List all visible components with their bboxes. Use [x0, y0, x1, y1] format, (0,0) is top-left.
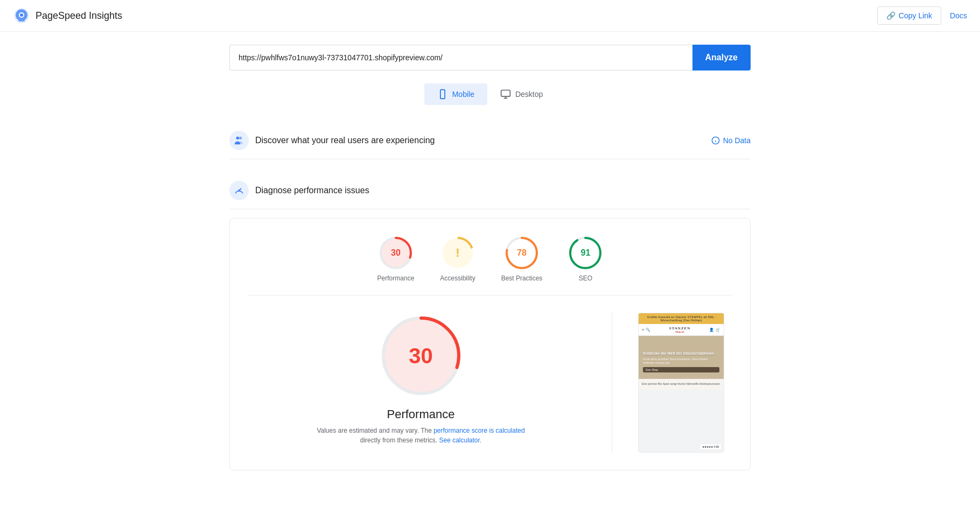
app-logo-icon [13, 7, 30, 24]
note-link2[interactable]: See calculator. [439, 436, 481, 444]
device-tabs: Mobile Desktop [229, 83, 751, 105]
score-value-accessibility: ! [456, 246, 459, 260]
tab-desktop[interactable]: Desktop [487, 83, 556, 105]
tab-desktop-label: Desktop [515, 90, 543, 98]
score-item-best-practices[interactable]: 78 Best Practices [501, 236, 543, 282]
svg-point-2 [20, 13, 23, 17]
header-left: PageSpeed Insights [13, 7, 122, 24]
score-value-best-practices: 78 [517, 248, 527, 258]
real-users-header-left: Discover what your real users are experi… [229, 131, 435, 150]
score-label-performance: Performance [377, 274, 415, 282]
thumbnail-nav-right-icons: 👤 🛒 [709, 328, 720, 332]
svg-point-8 [236, 137, 240, 139]
score-label-accessibility: Accessibility [440, 274, 475, 282]
score-circle-seo: 91 [568, 236, 603, 270]
header-right: 🔗 Copy Link Docs [877, 6, 967, 25]
scores-row: 30 Performance ! Accessibility [247, 236, 733, 295]
thumbnail-hero-text: Entdecke die Welt der Stanzschablonen [643, 351, 719, 356]
score-circle-accessibility: ! [440, 236, 475, 270]
real-users-header: Discover what your real users are experi… [229, 122, 751, 159]
note-between: directly from these metrics. [360, 436, 439, 444]
score-label-best-practices: Best Practices [501, 274, 543, 282]
desktop-icon [500, 89, 511, 100]
diagnose-section: Diagnose performance issues 30 [229, 172, 751, 470]
real-users-title: Discover what your real users are experi… [255, 136, 435, 145]
thumbnail-cta: Zum Shop [643, 367, 719, 372]
url-input[interactable] [229, 45, 692, 71]
main-content: Analyze Mobile Desktop [221, 32, 759, 496]
scores-card: 30 Performance ! Accessibility [229, 218, 751, 470]
thumbnail-banner: Größte Auswahl an Stanzer STEMPEL ab 599… [639, 313, 724, 324]
app-header: PageSpeed Insights 🔗 Copy Link Docs [0, 0, 980, 32]
thumbnail-bottom: Eine premier Bio-Spezi sengt frische Näh… [639, 379, 724, 390]
diagnose-title: Diagnose performance issues [255, 186, 369, 195]
big-score-value: 30 [409, 344, 433, 368]
url-bar-container: Analyze [229, 45, 751, 71]
score-item-seo[interactable]: 91 SEO [568, 236, 603, 282]
gauge-icon [233, 185, 245, 196]
thumbnail-logo: STANZEN Shop.de [650, 326, 709, 333]
score-value-performance: 30 [391, 248, 401, 258]
website-thumbnail: Größte Auswahl an Stanzer STEMPEL ab 599… [638, 313, 724, 453]
thumbnail-nav: ≡ 🔍 STANZEN Shop.de 👤 🛒 [639, 324, 724, 336]
no-data-link[interactable]: No Data [711, 136, 751, 145]
copy-link-label: Copy Link [899, 11, 932, 20]
big-score-circle: 30 [378, 313, 464, 399]
users-icon [233, 135, 245, 146]
thumbnail-logo-line1: STANZEN [650, 326, 709, 330]
real-users-icon [229, 131, 249, 150]
thumbnail-logo-line2: Shop.de [650, 330, 709, 333]
score-label-seo: SEO [579, 274, 592, 282]
thumbnail-hero-sub: Finde deine perfekten Stanzschablonen. D… [643, 357, 719, 365]
tab-mobile-label: Mobile [452, 90, 474, 98]
svg-rect-5 [501, 90, 510, 97]
link-icon: 🔗 [886, 11, 895, 20]
docs-link[interactable]: Docs [950, 11, 967, 20]
score-circle-performance: 30 [379, 236, 413, 270]
no-data-label: No Data [723, 136, 751, 145]
mobile-icon [437, 89, 448, 100]
diagnose-icon [229, 181, 249, 200]
svg-point-9 [239, 137, 242, 139]
score-value-seo: 91 [580, 248, 590, 258]
real-users-section: Discover what your real users are experi… [229, 122, 751, 159]
note-prefix: Values are estimated and may vary. The [317, 427, 433, 434]
vertical-divider [612, 313, 612, 453]
diagnose-header: Diagnose performance issues [229, 172, 751, 209]
note-link1[interactable]: performance score is calculated [433, 427, 524, 434]
copy-link-button[interactable]: 🔗 Copy Link [877, 6, 941, 25]
diagnose-header-left: Diagnose performance issues [229, 181, 369, 200]
svg-point-15 [238, 189, 240, 192]
thumbnail-rating: ★★★★★ 4.99 [699, 443, 722, 450]
performance-detail: 30 Performance Values are estimated and … [247, 313, 733, 453]
analyze-button[interactable]: Analyze [692, 45, 751, 71]
performance-main: 30 Performance Values are estimated and … [256, 313, 586, 453]
performance-note: Values are estimated and may vary. The p… [313, 426, 529, 445]
svg-rect-3 [440, 90, 445, 99]
score-circle-best-practices: 78 [505, 236, 539, 270]
score-item-accessibility[interactable]: ! Accessibility [440, 236, 475, 282]
tab-mobile[interactable]: Mobile [424, 83, 487, 105]
app-title: PageSpeed Insights [36, 10, 122, 22]
thumbnail-hero: Entdecke die Welt der Stanzschablonen Fi… [639, 336, 724, 379]
score-item-performance[interactable]: 30 Performance [377, 236, 415, 282]
info-icon [711, 136, 720, 145]
thumbnail-section: Größte Auswahl an Stanzer STEMPEL ab 599… [638, 313, 724, 453]
thumbnail-nav-left-icons: ≡ 🔍 [642, 328, 650, 332]
performance-detail-title: Performance [387, 407, 455, 421]
